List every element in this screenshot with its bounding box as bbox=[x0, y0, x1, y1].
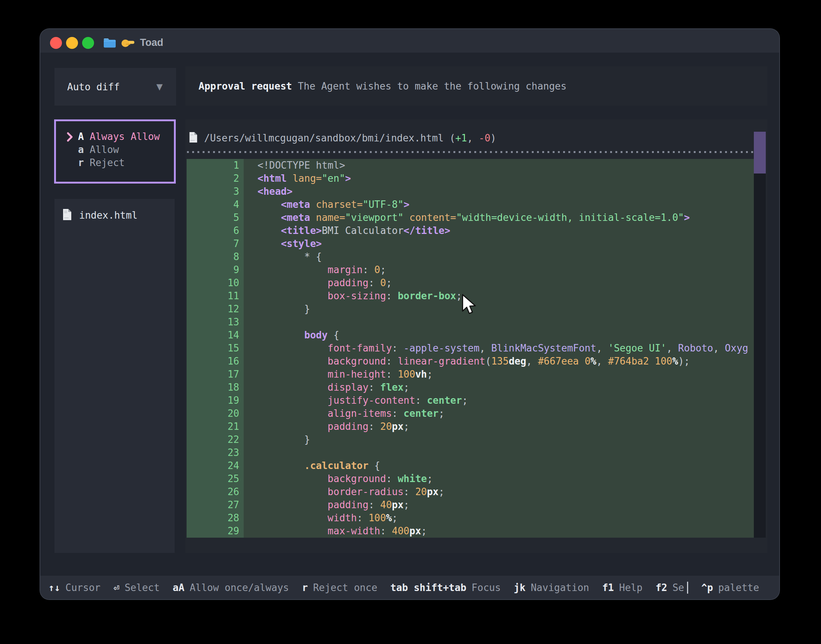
diff-panel: /Users/willmcgugan/sandbox/bmi/index.htm… bbox=[186, 120, 767, 553]
close-button[interactable] bbox=[50, 37, 62, 49]
code-line: 21 padding: 20px; bbox=[187, 420, 754, 433]
file-list-item[interactable]: index.html bbox=[54, 199, 175, 222]
dotted-separator bbox=[187, 151, 754, 153]
key-hint-cursor[interactable]: ↑↓Cursor bbox=[49, 582, 100, 593]
key-hint-select[interactable]: ⏎Select bbox=[114, 582, 160, 593]
key-hint-help[interactable]: f1Help bbox=[602, 582, 643, 593]
option-key: r bbox=[78, 156, 89, 169]
key-hint-reject-once[interactable]: rReject once bbox=[302, 582, 377, 593]
code-line: 14 body { bbox=[187, 329, 754, 342]
hint-keys: jk bbox=[514, 582, 525, 593]
code-text: background: white; bbox=[244, 472, 754, 485]
code-text: max-width: 400px; bbox=[244, 524, 754, 538]
line-number: 23 bbox=[187, 446, 244, 459]
hint-keys: f2 bbox=[656, 582, 667, 593]
code-text: <meta name="viewport" content="width=dev… bbox=[244, 211, 754, 224]
approval-header: Approval request The Agent wishes to mak… bbox=[186, 66, 767, 106]
code-text: <meta charset="UTF-8"> bbox=[244, 198, 754, 211]
key-hint-allow-once-always[interactable]: aAAllow once/always bbox=[173, 582, 289, 593]
key-hint-palette[interactable]: ^ppalette bbox=[701, 582, 759, 593]
code-text: padding: 40px; bbox=[244, 498, 754, 512]
deletions-count: -0 bbox=[479, 132, 490, 144]
code-diff: 1<!DOCTYPE html>2<html lang="en">3<head>… bbox=[187, 159, 754, 538]
approval-option-always-allow[interactable]: A Always Allow bbox=[66, 130, 174, 143]
line-number: 20 bbox=[187, 407, 244, 420]
hint-label: Navigation bbox=[531, 582, 589, 593]
hint-keys: ⏎ bbox=[114, 582, 120, 593]
line-number: 2 bbox=[187, 172, 244, 185]
code-text: width: 100%; bbox=[244, 512, 754, 524]
line-number: 5 bbox=[187, 211, 244, 224]
approval-subtitle: The Agent wishes to make the following c… bbox=[292, 81, 566, 92]
line-number: 4 bbox=[187, 198, 244, 211]
code-line: 29 max-width: 400px; bbox=[187, 524, 754, 538]
code-text: <!DOCTYPE html> bbox=[244, 159, 754, 172]
code-line: 28 width: 100%; bbox=[187, 512, 754, 524]
folder-icon bbox=[103, 38, 116, 48]
code-line: 6 <title>BMI Calculator</title> bbox=[187, 224, 754, 237]
option-key: A bbox=[78, 130, 89, 143]
code-text: .calculator { bbox=[244, 459, 754, 472]
hint-keys: aA bbox=[173, 582, 184, 593]
maximize-button[interactable] bbox=[82, 37, 94, 49]
hint-keys: r bbox=[302, 582, 308, 593]
code-line: 24 .calculator { bbox=[187, 459, 754, 472]
code-text: } bbox=[244, 303, 754, 316]
code-line: 1<!DOCTYPE html> bbox=[187, 159, 754, 172]
dropdown-arrow-icon: ▼ bbox=[157, 82, 163, 91]
line-number: 8 bbox=[187, 250, 244, 264]
line-number: 9 bbox=[187, 264, 244, 276]
line-number: 28 bbox=[187, 512, 244, 524]
code-text: font-family: -apple-system, BlinkMacSyst… bbox=[244, 342, 754, 355]
line-number: 27 bbox=[187, 498, 244, 512]
line-number: 10 bbox=[187, 276, 244, 290]
approval-options-list: A Always Allowa Allowr Reject bbox=[54, 120, 176, 184]
code-text: justify-content: center; bbox=[244, 394, 754, 407]
code-line: 18 display: flex; bbox=[187, 381, 754, 394]
line-number: 1 bbox=[187, 159, 244, 172]
code-text: display: flex; bbox=[244, 381, 754, 394]
code-line: 15 font-family: -apple-system, BlinkMacS… bbox=[187, 342, 754, 355]
approval-option-reject[interactable]: r Reject bbox=[66, 156, 174, 169]
code-line: 19 justify-content: center; bbox=[187, 394, 754, 407]
code-text: body { bbox=[244, 329, 754, 342]
approval-option-allow[interactable]: a Allow bbox=[66, 143, 174, 156]
hint-label: palette bbox=[718, 582, 760, 593]
code-line: 8 * { bbox=[187, 250, 754, 264]
hint-keys: ↑↓ bbox=[49, 582, 60, 593]
line-number: 12 bbox=[187, 303, 244, 316]
pointing-hand-icon bbox=[121, 38, 135, 48]
line-number: 24 bbox=[187, 459, 244, 472]
code-line: 3<head> bbox=[187, 185, 754, 198]
code-line: 5 <meta name="viewport" content="width=d… bbox=[187, 211, 754, 224]
option-label: Reject bbox=[89, 156, 125, 169]
code-text: min-height: 100vh; bbox=[244, 368, 754, 381]
code-text: } bbox=[244, 433, 754, 446]
line-number: 19 bbox=[187, 394, 244, 407]
line-number: 16 bbox=[187, 355, 244, 368]
diff-mode-label: Auto diff bbox=[67, 81, 120, 92]
code-text: box-sizing: border-box; bbox=[244, 290, 754, 303]
key-hint-focus[interactable]: tab shift+tabFocus bbox=[390, 582, 501, 593]
diff-mode-select[interactable]: Auto diff ▼ bbox=[54, 68, 176, 106]
document-icon bbox=[189, 131, 198, 145]
line-number: 17 bbox=[187, 368, 244, 381]
additions-count: +1 bbox=[455, 132, 467, 144]
hint-keys: tab shift+tab bbox=[390, 582, 467, 593]
scrollbar-track[interactable] bbox=[754, 132, 766, 538]
option-key: a bbox=[78, 143, 89, 156]
key-hint-se[interactable]: f2Se bbox=[656, 582, 689, 593]
minimize-button[interactable] bbox=[66, 37, 78, 49]
footer-keybar: ↑↓Cursor⏎SelectaAAllow once/alwaysrRejec… bbox=[40, 576, 779, 599]
key-hint-navigation[interactable]: jkNavigation bbox=[514, 582, 589, 593]
code-text: <html lang="en"> bbox=[244, 172, 754, 185]
scrollbar-thumb[interactable] bbox=[754, 132, 766, 173]
file-path-row: /Users/willmcgugan/sandbox/bmi/index.htm… bbox=[189, 129, 496, 147]
code-line: 27 padding: 40px; bbox=[187, 498, 754, 512]
hint-label: Allow once/always bbox=[190, 582, 289, 593]
code-line: 7 <style> bbox=[187, 237, 754, 250]
line-number: 22 bbox=[187, 433, 244, 446]
mouse-cursor-icon bbox=[461, 294, 477, 316]
title-bar: Toad bbox=[40, 29, 779, 53]
hint-label: Help bbox=[619, 582, 643, 593]
